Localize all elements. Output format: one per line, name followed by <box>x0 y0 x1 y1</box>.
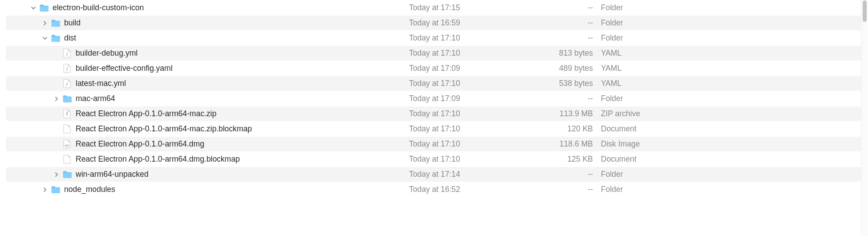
name-cell: build <box>6 18 409 28</box>
chevron-right-icon[interactable] <box>53 97 60 101</box>
file-size: -- <box>538 33 601 43</box>
file-size: 489 bytes <box>538 64 601 73</box>
file-kind: YAML <box>601 64 862 73</box>
file-size: -- <box>538 185 601 194</box>
file-row[interactable]: !builder-effective-config.yamlToday at 1… <box>6 61 862 76</box>
date-modified: Today at 17:15 <box>409 3 538 12</box>
file-name: React Electron App-0.1.0-arm64.dmg.block… <box>76 155 240 164</box>
file-kind: Disk Image <box>601 139 862 149</box>
dmg-icon <box>62 139 72 149</box>
file-size: -- <box>538 94 601 103</box>
file-kind: Folder <box>601 33 862 43</box>
file-kind: Folder <box>601 18 862 28</box>
chevron-right-icon[interactable] <box>53 172 60 177</box>
svg-rect-5 <box>66 114 68 114</box>
file-name: latest-mac.yml <box>76 79 126 88</box>
scrollbar[interactable] <box>861 0 868 197</box>
file-kind: YAML <box>601 79 862 88</box>
file-row[interactable]: electron-build-custom-iconToday at 17:15… <box>6 0 862 15</box>
date-modified: Today at 16:59 <box>409 18 538 28</box>
file-kind: Folder <box>601 94 862 103</box>
svg-text:!: ! <box>66 81 68 87</box>
name-cell: React Electron App-0.1.0-arm64.dmg <box>6 139 409 149</box>
folder-icon <box>62 170 72 179</box>
file-kind: Folder <box>601 170 862 179</box>
folder-icon <box>51 185 60 194</box>
file-kind: ZIP archive <box>601 109 862 118</box>
yaml-icon: ! <box>62 49 72 58</box>
zip-icon <box>62 109 72 118</box>
file-row[interactable]: !builder-debug.ymlToday at 17:10813 byte… <box>6 46 862 61</box>
file-name: node_modules <box>64 185 115 194</box>
file-name: win-arm64-unpacked <box>76 170 148 179</box>
date-modified: Today at 17:10 <box>409 155 538 164</box>
file-row[interactable]: distToday at 17:10--Folder <box>6 31 862 45</box>
folder-icon <box>62 94 72 103</box>
date-modified: Today at 16:52 <box>409 185 538 194</box>
name-cell: !builder-effective-config.yaml <box>6 64 409 73</box>
file-name: React Electron App-0.1.0-arm64-mac.zip.b… <box>76 124 252 134</box>
file-size: -- <box>538 18 601 28</box>
chevron-down-icon[interactable] <box>42 36 48 41</box>
svg-text:!: ! <box>66 51 68 57</box>
date-modified: Today at 17:10 <box>409 79 538 88</box>
chevron-right-icon[interactable] <box>42 187 48 192</box>
folder-icon <box>51 18 60 28</box>
svg-rect-6 <box>66 115 68 115</box>
folder-icon <box>39 3 49 12</box>
file-row[interactable]: node_modulesToday at 16:52--Folder <box>6 182 862 197</box>
file-name: React Electron App-0.1.0-arm64-mac.zip <box>76 109 216 118</box>
file-size: 118.6 MB <box>538 139 601 149</box>
file-name: electron-build-custom-icon <box>53 3 144 12</box>
file-row[interactable]: win-arm64-unpackedToday at 17:14--Folder <box>6 167 862 182</box>
file-row[interactable]: React Electron App-0.1.0-arm64-mac.zip.b… <box>6 122 862 136</box>
file-size: 120 KB <box>538 124 601 134</box>
chevron-right-icon[interactable] <box>42 21 48 25</box>
svg-rect-3 <box>66 112 68 112</box>
file-size: -- <box>538 3 601 12</box>
doc-icon <box>62 155 72 164</box>
date-modified: Today at 17:10 <box>409 33 538 43</box>
file-row[interactable]: React Electron App-0.1.0-arm64.dmgToday … <box>6 137 862 151</box>
file-row[interactable]: !latest-mac.ymlToday at 17:10538 bytesYA… <box>6 76 862 91</box>
scrollbar-thumb[interactable] <box>863 0 867 22</box>
name-cell: !latest-mac.yml <box>6 79 409 88</box>
svg-rect-8 <box>65 145 69 146</box>
svg-text:!: ! <box>66 66 68 72</box>
name-cell: React Electron App-0.1.0-arm64-mac.zip <box>6 109 409 118</box>
yaml-icon: ! <box>62 79 72 88</box>
date-modified: Today at 17:10 <box>409 139 538 149</box>
file-name: React Electron App-0.1.0-arm64.dmg <box>76 139 204 149</box>
folder-icon <box>51 33 60 43</box>
file-name: builder-debug.yml <box>76 49 138 58</box>
file-row[interactable]: React Electron App-0.1.0-arm64-mac.zipTo… <box>6 106 862 121</box>
file-row[interactable]: React Electron App-0.1.0-arm64.dmg.block… <box>6 152 862 167</box>
name-cell: win-arm64-unpacked <box>6 170 409 179</box>
date-modified: Today at 17:09 <box>409 64 538 73</box>
file-name: dist <box>64 33 76 43</box>
file-size: 113.9 MB <box>538 109 601 118</box>
file-size: 538 bytes <box>538 79 601 88</box>
file-size: 125 KB <box>538 155 601 164</box>
yaml-icon: ! <box>62 64 72 73</box>
date-modified: Today at 17:10 <box>409 109 538 118</box>
name-cell: node_modules <box>6 185 409 194</box>
date-modified: Today at 17:10 <box>409 49 538 58</box>
file-kind: Folder <box>601 3 862 12</box>
file-kind: Document <box>601 124 862 134</box>
file-size: -- <box>538 170 601 179</box>
name-cell: dist <box>6 33 409 43</box>
name-cell: electron-build-custom-icon <box>6 3 409 12</box>
chevron-down-icon[interactable] <box>30 6 37 10</box>
file-row[interactable]: mac-arm64Today at 17:09--Folder <box>6 91 862 106</box>
file-kind: Document <box>601 155 862 164</box>
doc-icon <box>62 124 72 134</box>
file-name: build <box>64 18 81 28</box>
svg-rect-4 <box>66 113 68 113</box>
file-kind: Folder <box>601 185 862 194</box>
file-row[interactable]: buildToday at 16:59--Folder <box>6 16 862 30</box>
file-name: builder-effective-config.yaml <box>76 64 173 73</box>
name-cell: mac-arm64 <box>6 94 409 103</box>
name-cell: React Electron App-0.1.0-arm64-mac.zip.b… <box>6 124 409 134</box>
date-modified: Today at 17:10 <box>409 124 538 134</box>
